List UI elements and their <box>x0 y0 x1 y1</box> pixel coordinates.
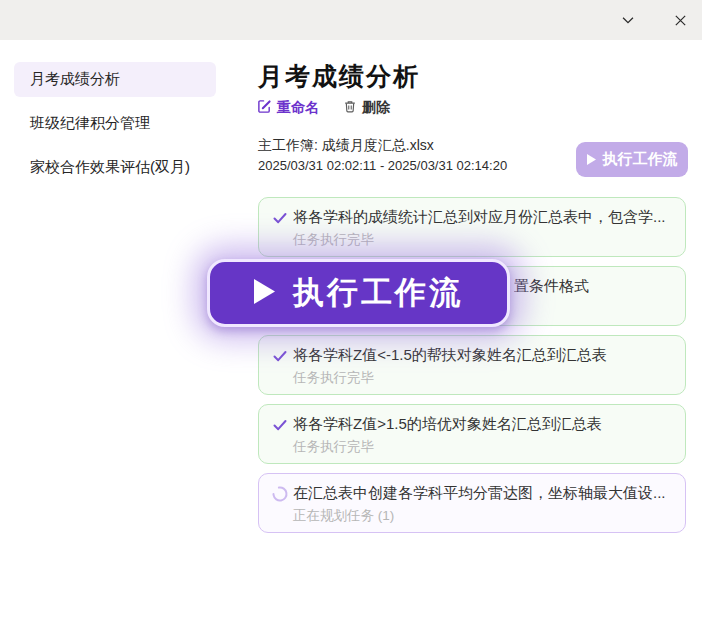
minimize-button[interactable] <box>614 6 642 34</box>
execute-workflow-overlay-button[interactable]: 执行工作流 <box>207 259 510 327</box>
edit-pencil-icon <box>257 99 272 117</box>
time-range: 2025/03/31 02:02:11 - 2025/03/31 02:14:2… <box>258 158 507 173</box>
task-card[interactable]: 在汇总表中创建各学科平均分雷达图，坐标轴最大值设... 正在规划任务 (1) <box>258 473 686 533</box>
sidebar-item-label: 月考成绩分析 <box>30 70 120 89</box>
sidebar-item-class-discipline-points[interactable]: 班级纪律积分管理 <box>14 106 216 141</box>
titlebar <box>0 0 702 40</box>
chevron-down-icon <box>619 11 637 29</box>
sidebar-item-monthly-exam-analysis[interactable]: 月考成绩分析 <box>14 62 216 97</box>
task-title: 将各学科Z值>1.5的培优对象姓名汇总到汇总表 <box>293 415 602 434</box>
run-workflow-label: 执行工作流 <box>603 150 678 169</box>
task-title: 置条件格式 <box>514 277 589 296</box>
task-title: 将各学科Z值<-1.5的帮扶对象姓名汇总到汇总表 <box>293 346 607 365</box>
header-actions: 重命名 删除 <box>257 99 390 117</box>
task-list: 将各学科的成绩统计汇总到对应月份汇总表中，包含学... 任务执行完毕 置条件格式… <box>258 197 686 542</box>
task-status: 任务执行完毕 <box>293 438 602 456</box>
task-status: 正在规划任务 (1) <box>293 507 666 525</box>
rename-label: 重命名 <box>277 99 319 117</box>
delete-label: 删除 <box>362 99 390 117</box>
task-title: 将各学科的成绩统计汇总到对应月份汇总表中，包含学... <box>293 208 666 227</box>
task-title: 在汇总表中创建各学科平均分雷达图，坐标轴最大值设... <box>293 484 666 503</box>
task-card[interactable]: 将各学科Z值<-1.5的帮扶对象姓名汇总到汇总表 任务执行完毕 <box>258 335 686 395</box>
check-icon <box>271 416 289 434</box>
trash-icon <box>343 99 357 117</box>
run-workflow-button[interactable]: 执行工作流 <box>576 142 688 177</box>
task-card[interactable]: 将各学科的成绩统计汇总到对应月份汇总表中，包含学... 任务执行完毕 <box>258 197 686 257</box>
check-icon <box>271 209 289 227</box>
sidebar-item-label: 家校合作效果评估(双月) <box>30 158 190 177</box>
delete-button[interactable]: 删除 <box>343 99 390 117</box>
close-icon <box>672 12 689 29</box>
close-button[interactable] <box>666 6 694 34</box>
workbook-label: 主工作簿: 成绩月度汇总.xlsx <box>258 137 434 155</box>
rename-button[interactable]: 重命名 <box>257 99 319 117</box>
check-icon <box>271 347 289 365</box>
task-card[interactable]: 将各学科Z值>1.5的培优对象姓名汇总到汇总表 任务执行完毕 <box>258 404 686 464</box>
sidebar-item-home-school-evaluation[interactable]: 家校合作效果评估(双月) <box>14 150 216 185</box>
play-triangle-icon <box>587 151 596 168</box>
sidebar-item-label: 班级纪律积分管理 <box>30 114 150 133</box>
page-title: 月考成绩分析 <box>258 60 420 93</box>
task-status: 任务执行完毕 <box>293 231 666 249</box>
task-status: 任务执行完毕 <box>293 369 607 387</box>
execute-workflow-overlay-label: 执行工作流 <box>293 272 463 314</box>
play-triangle-icon <box>254 279 275 308</box>
spinner-icon <box>271 485 289 503</box>
